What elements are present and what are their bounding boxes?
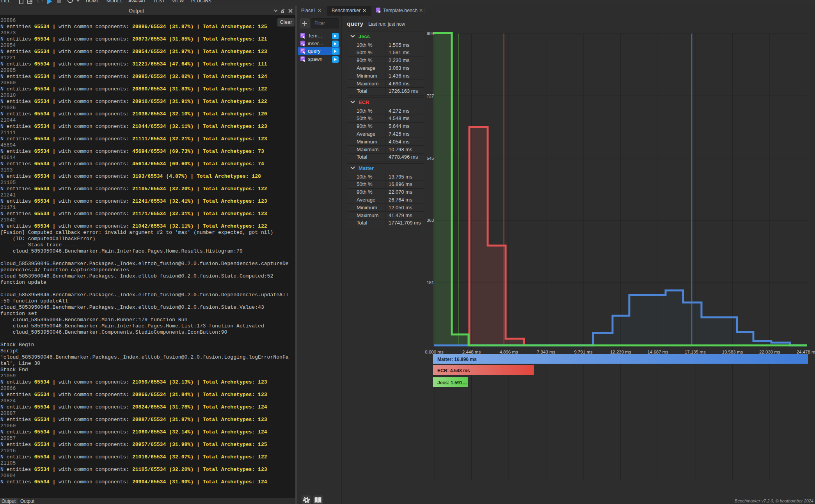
svg-text:12.239 ms: 12.239 ms	[610, 350, 631, 354]
svg-text:4.896 ms: 4.896 ms	[499, 350, 518, 354]
svg-text:ECR: 4.548 ms: ECR: 4.548 ms	[437, 368, 470, 373]
svg-text:181: 181	[427, 280, 434, 285]
svg-text:909: 909	[427, 31, 434, 36]
svg-text:14.687 ms: 14.687 ms	[647, 350, 668, 354]
svg-text:19.583 ms: 19.583 ms	[722, 350, 743, 354]
svg-text:2.448 ms: 2.448 ms	[462, 350, 481, 354]
svg-text:0.000 ms: 0.000 ms	[425, 350, 444, 354]
svg-text:22.030 ms: 22.030 ms	[759, 350, 780, 354]
svg-text:17.135 ms: 17.135 ms	[685, 350, 706, 354]
svg-text:24.478 ms: 24.478 ms	[797, 350, 815, 354]
svg-text:9.791 ms: 9.791 ms	[574, 350, 593, 354]
svg-text:7.343 ms: 7.343 ms	[537, 350, 556, 354]
svg-text:545: 545	[427, 156, 434, 161]
svg-text:727: 727	[427, 94, 434, 98]
svg-text:Jecs: 1.591…: Jecs: 1.591…	[437, 380, 467, 386]
svg-text:363: 363	[427, 218, 434, 223]
svg-text:Matter: 16.896 ms: Matter: 16.896 ms	[437, 357, 477, 362]
